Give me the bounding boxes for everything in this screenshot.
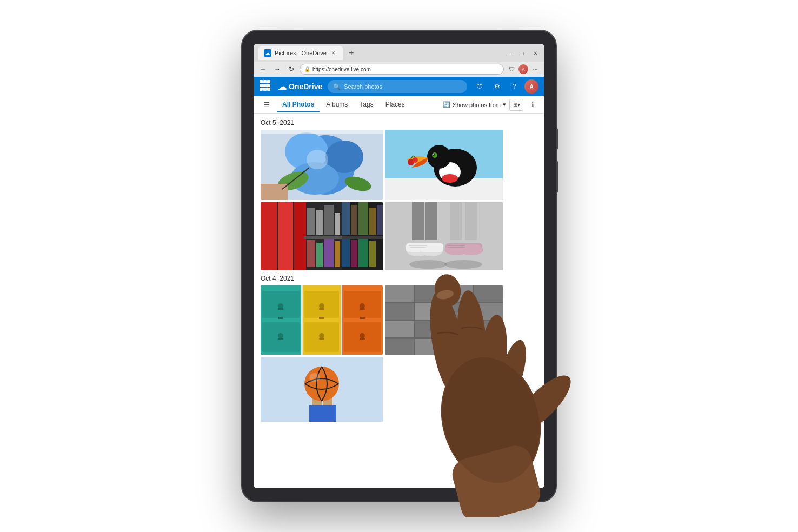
show-photos-icon: 🔄 [443, 101, 450, 108]
svg-rect-74 [278, 308, 283, 310]
search-placeholder: Search photos [344, 83, 382, 90]
tab-all-photos[interactable]: All Photos [277, 97, 320, 112]
user-avatar[interactable]: A [524, 79, 538, 94]
waffle-dot [260, 84, 263, 87]
tab-label: Pictures - OneDrive [275, 50, 327, 56]
lock-icon: 🔒 [304, 66, 310, 72]
photo-row-2 [261, 202, 537, 270]
svg-rect-92 [360, 317, 365, 319]
settings-icon[interactable]: ⚙ [490, 79, 504, 94]
svg-rect-48 [342, 202, 383, 270]
browser-chrome: ☁ Pictures - OneDrive ✕ + — □ ✕ ← → ↻ [254, 44, 544, 77]
photo-toucan[interactable] [385, 130, 503, 200]
photo-shoes[interactable] [385, 202, 503, 270]
waffle-dot [263, 88, 267, 91]
svg-rect-42 [335, 241, 340, 267]
photo-lockers[interactable] [261, 285, 383, 355]
view-toggle-button[interactable]: ⊞▾ [509, 99, 523, 111]
browser-tab[interactable]: ☁ Pictures - OneDrive ✕ [258, 46, 343, 60]
help-icon[interactable]: ? [507, 79, 521, 94]
onedrive-logo[interactable]: ☁ OneDrive [278, 82, 322, 92]
tab-albums[interactable]: Albums [321, 97, 353, 112]
svg-rect-33 [335, 213, 340, 235]
svg-rect-111 [309, 405, 336, 422]
waffle-dot [260, 88, 263, 91]
onedrive-app: ☁ OneDrive 🔍 Search photos 🛡 ⚙ ? A [254, 77, 544, 488]
svg-rect-11 [261, 130, 383, 134]
waffle-dot [267, 80, 270, 83]
svg-rect-91 [319, 317, 324, 319]
show-photos-label: Show photos from [453, 102, 501, 108]
svg-point-86 [360, 303, 365, 309]
shield-header-icon[interactable]: 🛡 [473, 79, 487, 94]
edge-profile-avatar[interactable]: A [518, 64, 528, 74]
svg-rect-103 [444, 285, 473, 302]
svg-rect-105 [385, 321, 414, 337]
svg-rect-28 [278, 202, 293, 270]
hamburger-menu-icon[interactable]: ☰ [260, 98, 274, 112]
svg-rect-9 [261, 184, 288, 200]
nav-tabs: ☰ All Photos Albums Tags Places 🔄 Show p… [254, 96, 544, 114]
tab-tags[interactable]: Tags [354, 97, 378, 112]
photo-books[interactable] [261, 202, 383, 270]
photo-basketball[interactable] [261, 357, 383, 422]
svg-rect-100 [473, 285, 474, 355]
svg-point-113 [309, 373, 320, 382]
photo-flower[interactable] [261, 130, 383, 200]
close-window-button[interactable]: ✕ [531, 50, 540, 56]
new-tab-button[interactable]: + [345, 46, 358, 59]
tab-places[interactable]: Places [380, 97, 410, 112]
svg-rect-101 [385, 285, 414, 302]
svg-rect-52 [412, 202, 424, 240]
svg-rect-89 [360, 338, 365, 340]
svg-point-17 [427, 145, 451, 169]
svg-rect-75 [278, 338, 283, 340]
svg-rect-82 [319, 338, 324, 340]
svg-rect-90 [278, 317, 283, 319]
svg-point-65 [460, 244, 483, 255]
tablet-screen: ☁ Pictures - OneDrive ✕ + — □ ✕ ← → ↻ [254, 44, 544, 488]
photo-row-3 [261, 285, 537, 355]
svg-rect-99 [443, 285, 444, 355]
svg-point-112 [304, 367, 339, 401]
search-box[interactable]: 🔍 Search photos [328, 80, 467, 93]
photo-row-4 [261, 357, 537, 422]
tablet-device: ☁ Pictures - OneDrive ✕ + — □ ✕ ← → ↻ [242, 31, 556, 501]
svg-rect-27 [261, 202, 277, 270]
waffle-dot [260, 80, 263, 83]
svg-rect-31 [316, 210, 323, 235]
info-icon[interactable]: ℹ [527, 99, 538, 111]
svg-rect-104 [474, 303, 503, 320]
show-photos-from-button[interactable]: 🔄 Show photos from ▾ [443, 101, 506, 108]
svg-point-87 [360, 333, 365, 338]
photo-group-oct4: Oct 4, 2021 [261, 275, 537, 422]
svg-rect-30 [307, 208, 315, 235]
chevron-down-icon: ▾ [503, 101, 506, 108]
maximize-button[interactable]: □ [518, 50, 527, 56]
svg-point-22 [413, 157, 418, 163]
svg-rect-40 [316, 243, 323, 267]
forward-button[interactable]: → [271, 63, 283, 75]
waffle-dot [267, 84, 270, 87]
minimize-button[interactable]: — [505, 50, 514, 56]
date-label-oct4: Oct 4, 2021 [261, 275, 537, 282]
refresh-button[interactable]: ↻ [285, 63, 297, 75]
photo-garage[interactable] [385, 285, 503, 355]
svg-point-72 [278, 303, 283, 309]
tab-close-button[interactable]: ✕ [330, 49, 337, 57]
onedrive-logo-text: OneDrive [289, 82, 322, 91]
address-bar[interactable]: 🔒 https://onedrive.live.com [300, 64, 504, 75]
back-button[interactable]: ← [257, 63, 269, 75]
shield-toolbar-icon[interactable]: 🛡 [506, 64, 517, 75]
svg-rect-102 [415, 303, 443, 320]
cloud-icon: ☁ [278, 82, 287, 92]
svg-rect-81 [319, 308, 324, 310]
photos-grid[interactable]: Oct 5, 2021 [254, 114, 544, 488]
waffle-dot [263, 80, 267, 83]
search-icon: 🔍 [333, 83, 341, 90]
more-button[interactable]: ··· [530, 64, 541, 75]
waffle-menu-button[interactable] [260, 80, 272, 93]
svg-point-20 [433, 154, 434, 155]
nav-right-actions: 🔄 Show photos from ▾ ⊞▾ ℹ [443, 99, 538, 111]
photo-group-oct5: Oct 5, 2021 [261, 119, 537, 270]
